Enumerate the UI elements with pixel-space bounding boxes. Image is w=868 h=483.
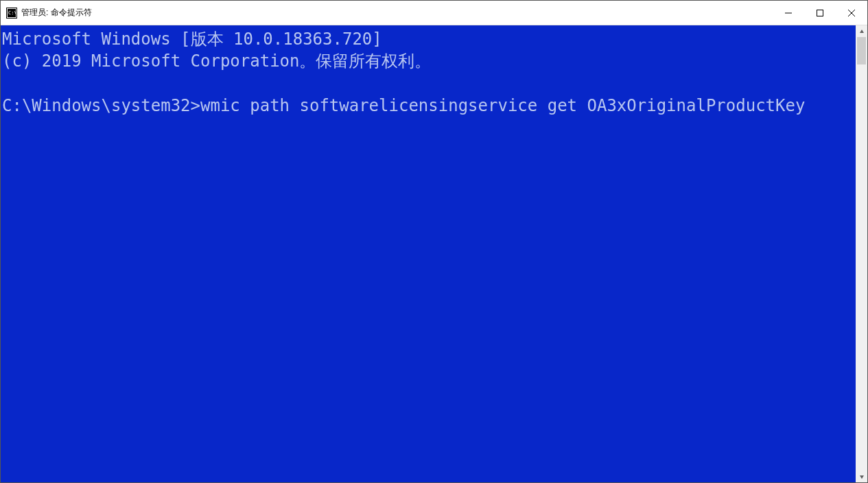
output-line-copyright: (c) 2019 Microsoft Corporation。保留所有权利。 xyxy=(2,51,431,71)
scroll-track[interactable] xyxy=(856,37,867,471)
terminal-output[interactable]: Microsoft Windows [版本 10.0.18363.720] (c… xyxy=(1,25,856,482)
svg-marker-8 xyxy=(860,30,864,33)
window-title: 管理员: 命令提示符 xyxy=(21,7,92,19)
svg-rect-5 xyxy=(817,10,823,16)
output-line-version: Microsoft Windows [版本 10.0.18363.720] xyxy=(2,30,382,49)
prompt: C:\Windows\system32> xyxy=(2,96,200,115)
scroll-up-arrow-icon[interactable] xyxy=(856,25,867,37)
titlebar[interactable]: C:\ 管理员: 命令提示符 xyxy=(1,1,867,25)
window-controls xyxy=(773,1,867,25)
svg-marker-9 xyxy=(860,475,864,479)
minimize-button[interactable] xyxy=(773,1,804,25)
vertical-scrollbar[interactable] xyxy=(856,25,867,482)
maximize-button[interactable] xyxy=(804,1,836,25)
cmd-icon: C:\ xyxy=(6,8,17,19)
scroll-thumb[interactable] xyxy=(857,37,866,64)
titlebar-left: C:\ 管理员: 命令提示符 xyxy=(1,7,92,19)
svg-text:C:\: C:\ xyxy=(8,10,17,16)
command-text: wmic path softwarelicensingservice get O… xyxy=(200,96,805,115)
close-button[interactable] xyxy=(836,1,867,25)
window-frame: C:\ 管理员: 命令提示符 Microsoft Windows [版本 10.… xyxy=(0,0,868,483)
terminal-container: Microsoft Windows [版本 10.0.18363.720] (c… xyxy=(1,25,867,482)
scroll-down-arrow-icon[interactable] xyxy=(856,471,867,482)
